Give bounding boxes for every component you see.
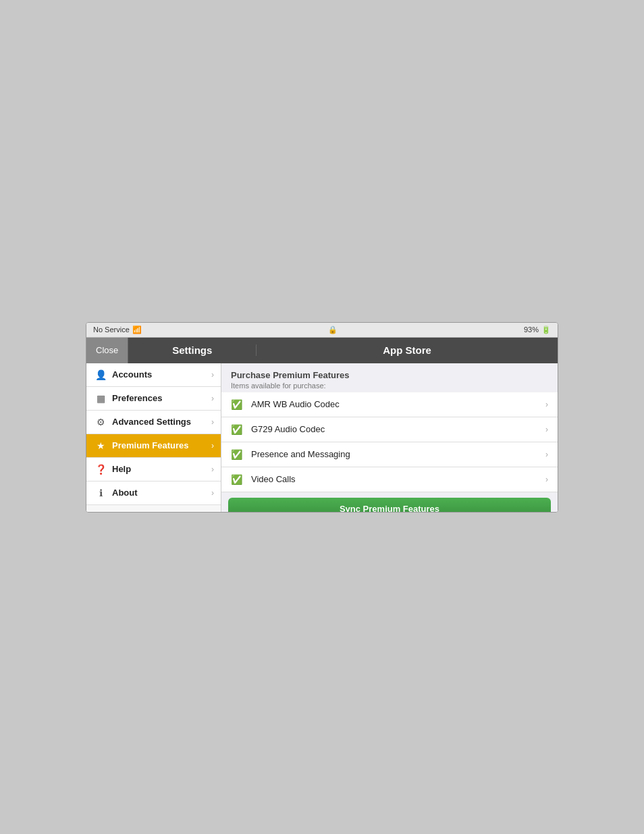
panel-item-video-calls[interactable]: ✅ Video Calls ›: [221, 467, 558, 492]
panel-list: ✅ AMR WB Audio Codec › ✅ G729 Audio Code…: [221, 392, 558, 492]
accounts-icon: 👤: [93, 369, 108, 380]
nav-bar: Close Settings App Store: [86, 338, 558, 363]
sidebar-item-label: Premium Features: [112, 440, 211, 450]
panel-item-label: Presence and Messaging: [251, 449, 545, 459]
wifi-icon: 📶: [132, 325, 142, 334]
panel-item-label: G729 Audio Codec: [251, 424, 545, 434]
sidebar-item-preferences[interactable]: ▦ Preferences ›: [86, 387, 221, 411]
sidebar: 👤 Accounts › ▦ Preferences › ⚙ Advanced …: [86, 363, 221, 512]
device-frame: No Service 📶 🔒 93% 🔋 Close Settings App …: [86, 322, 558, 513]
chevron-right-icon: ›: [211, 488, 214, 498]
help-icon: ❓: [93, 464, 108, 475]
sidebar-item-label: About: [112, 488, 211, 498]
chevron-right-icon: ›: [211, 417, 214, 427]
sidebar-item-premium-features[interactable]: ★ Premium Features ›: [86, 434, 221, 458]
advanced-settings-icon: ⚙: [93, 417, 108, 427]
check-icon-presence: ✅: [231, 449, 246, 460]
panel-item-presence[interactable]: ✅ Presence and Messaging ›: [221, 442, 558, 467]
sidebar-item-label: Advanced Settings: [112, 417, 211, 427]
status-bar: No Service 📶 🔒 93% 🔋: [86, 323, 558, 338]
chevron-right-icon: ›: [211, 441, 214, 450]
panel-item-label: Video Calls: [251, 474, 545, 484]
main-content: 👤 Accounts › ▦ Preferences › ⚙ Advanced …: [86, 363, 558, 512]
sidebar-item-about[interactable]: ℹ About ›: [86, 481, 221, 505]
sidebar-item-accounts[interactable]: 👤 Accounts ›: [86, 363, 221, 387]
settings-title: Settings: [128, 344, 257, 356]
battery-icon: 🔋: [541, 325, 551, 334]
right-panel: Purchase Premium Features Items availabl…: [221, 363, 558, 512]
chevron-right-icon: ›: [545, 400, 548, 409]
sidebar-item-label: Help: [112, 464, 211, 474]
sidebar-item-label: Accounts: [112, 369, 211, 380]
panel-item-g729[interactable]: ✅ G729 Audio Codec ›: [221, 417, 558, 442]
panel-header-subtitle: Items available for purchase:: [231, 382, 548, 390]
panel-header: Purchase Premium Features Items availabl…: [221, 363, 558, 392]
appstore-title: App Store: [257, 344, 558, 356]
premium-features-icon: ★: [93, 440, 108, 451]
preferences-icon: ▦: [93, 393, 108, 404]
chevron-right-icon: ›: [545, 425, 548, 434]
chevron-right-icon: ›: [545, 450, 548, 459]
chevron-right-icon: ›: [545, 475, 548, 484]
panel-header-title: Purchase Premium Features: [231, 370, 548, 380]
chevron-right-icon: ›: [211, 370, 214, 380]
status-right: 93% 🔋: [524, 325, 551, 334]
sidebar-item-label: Preferences: [112, 393, 211, 403]
lock-icon: 🔒: [328, 325, 338, 334]
about-icon: ℹ: [93, 488, 108, 498]
no-service-label: No Service: [93, 325, 130, 334]
check-icon-video: ✅: [231, 474, 246, 485]
status-left: No Service 📶: [93, 325, 142, 334]
panel-item-amr[interactable]: ✅ AMR WB Audio Codec ›: [221, 392, 558, 417]
chevron-right-icon: ›: [211, 465, 214, 474]
sidebar-item-help[interactable]: ❓ Help ›: [86, 458, 221, 481]
battery-label: 93%: [524, 325, 539, 334]
sidebar-item-advanced-settings[interactable]: ⚙ Advanced Settings ›: [86, 411, 221, 434]
sync-premium-features-button[interactable]: Sync Premium Features: [228, 498, 551, 513]
panel-item-label: AMR WB Audio Codec: [251, 399, 545, 409]
chevron-right-icon: ›: [211, 394, 214, 403]
close-button[interactable]: Close: [86, 338, 128, 363]
check-icon-g729: ✅: [231, 424, 246, 435]
check-icon-amr: ✅: [231, 399, 246, 410]
